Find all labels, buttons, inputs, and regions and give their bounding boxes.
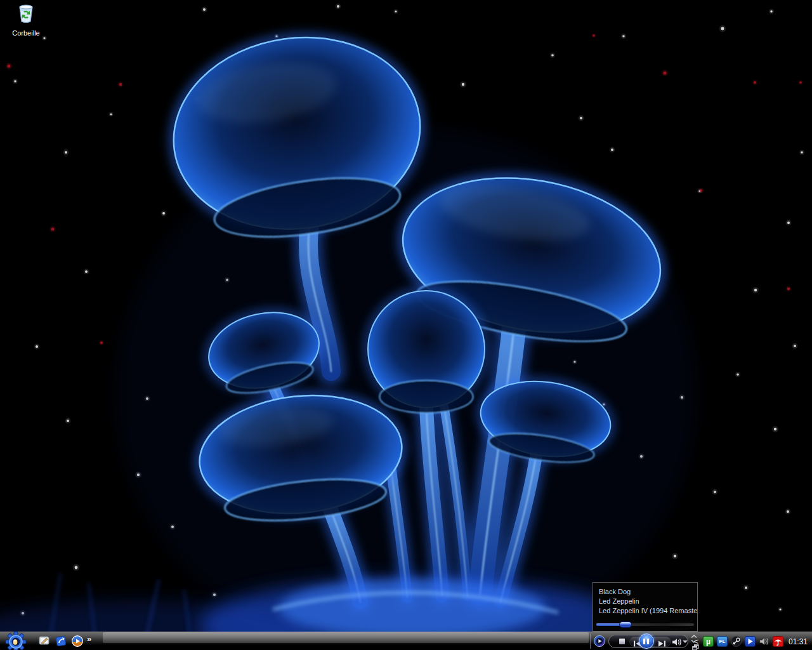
toolbar-divider bbox=[590, 633, 591, 649]
wmp-logo-icon[interactable] bbox=[593, 635, 606, 647]
volume-dropdown-caret-icon[interactable] bbox=[683, 640, 688, 643]
tray-collapse-chevron[interactable]: < bbox=[693, 637, 698, 646]
track-title: Black Dog bbox=[599, 587, 697, 597]
recycle-bin-icon bbox=[4, 3, 48, 27]
volume-icon[interactable] bbox=[672, 637, 683, 649]
steam-icon[interactable] bbox=[731, 636, 742, 647]
system-tray: < µ FL bbox=[693, 632, 812, 650]
pause-button[interactable] bbox=[639, 633, 654, 649]
show-desktop-button[interactable] bbox=[38, 635, 51, 647]
wmp-taskbar-toolbar bbox=[589, 632, 702, 650]
taskbar: » bbox=[0, 632, 812, 650]
seek-bar[interactable] bbox=[596, 621, 694, 628]
next-button[interactable] bbox=[658, 638, 666, 649]
recycle-bin-desktop-icon[interactable]: Corbeille bbox=[4, 3, 48, 38]
wallpaper-neon-mushrooms bbox=[0, 0, 812, 650]
volume-speaker-icon[interactable] bbox=[759, 636, 769, 647]
fl-studio-icon[interactable]: FL bbox=[717, 636, 728, 647]
taskbar-empty-band bbox=[103, 632, 589, 643]
track-album: Led Zeppelin IV (1994 Remaster bbox=[599, 606, 697, 616]
wmp-now-playing-flyout: Black Dog Led Zeppelin Led Zeppelin IV (… bbox=[593, 582, 698, 632]
pause-icon bbox=[643, 639, 650, 644]
seek-thumb[interactable] bbox=[619, 621, 632, 628]
media-play-icon[interactable] bbox=[745, 636, 756, 647]
utorrent-icon[interactable]: µ bbox=[703, 636, 714, 647]
recycle-bin-label: Corbeille bbox=[12, 29, 39, 37]
tray-clock[interactable]: 01:31 bbox=[789, 637, 808, 646]
gear-icon bbox=[2, 644, 30, 650]
windows-media-player-icon[interactable] bbox=[71, 635, 84, 647]
avira-icon[interactable] bbox=[773, 636, 783, 647]
track-artist: Led Zeppelin bbox=[599, 597, 697, 606]
stop-button[interactable] bbox=[619, 639, 625, 644]
start-button[interactable] bbox=[2, 630, 30, 650]
quick-launch-overflow-chevron[interactable]: » bbox=[87, 634, 91, 644]
messenger-swoosh-icon[interactable] bbox=[55, 635, 67, 647]
